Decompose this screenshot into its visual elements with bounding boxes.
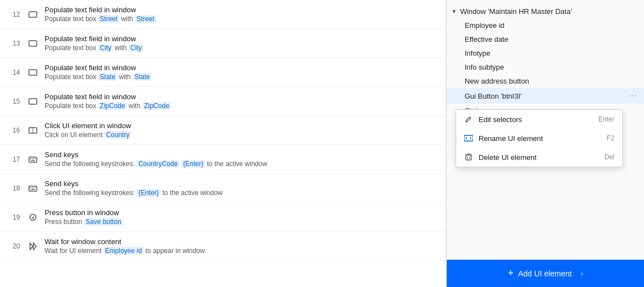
context-menu-item-label: Edit selectors (479, 115, 522, 124)
step-title: Press button in window (45, 208, 439, 217)
step-desc: Populate text box Street with Street (45, 15, 439, 23)
step-number: 14 (0, 69, 27, 76)
tree-child-label: Gui Button 'btnI3I' (465, 92, 522, 100)
svg-rect-3 (29, 99, 37, 104)
step-desc: Send the following keystrokes: CountryCo… (45, 160, 439, 168)
svg-rect-24 (466, 155, 471, 160)
step-content: Send keysSend the following keystrokes: … (45, 150, 439, 168)
step-desc: Click on UI element Country (45, 131, 439, 139)
step-content: Populate text field in windowPopulate te… (45, 64, 439, 81)
step-row[interactable]: 15Populate text field in windowPopulate … (0, 87, 446, 116)
step-row[interactable]: 14Populate text field in windowPopulate … (0, 58, 446, 87)
step-title: Populate text field in window (45, 6, 439, 14)
svg-marker-17 (30, 243, 33, 250)
keyboard-icon (27, 182, 39, 194)
tag1: Employee id (104, 247, 144, 255)
tree-child-item[interactable]: Info subtype (447, 60, 644, 74)
tag-enter: {Enter} (136, 189, 160, 197)
step-number: 15 (0, 98, 27, 105)
tag2: ZipCode (142, 102, 170, 110)
context-menu: Edit selectorsEnterRename UI elementF2De… (456, 109, 623, 167)
tree-child-item[interactable]: Employee id (447, 18, 644, 32)
svg-rect-11 (29, 186, 37, 191)
tag1: State (98, 73, 117, 81)
tag-countrycode: CountryCode (136, 160, 179, 168)
rectangle-icon (27, 95, 39, 108)
tag2: State (133, 73, 152, 81)
context-menu-item[interactable]: Rename UI elementF2 (456, 129, 622, 148)
step-row[interactable]: 16Click UI element in windowClick on UI … (0, 116, 446, 145)
rectangle-icon (27, 66, 39, 79)
pencil-icon (464, 115, 473, 124)
step-title: Wait for window content (45, 237, 439, 246)
step-desc: Populate text box City with City (45, 44, 439, 52)
tree-parent-item[interactable]: ▼ Window 'Maintain HR Master Data' (447, 4, 644, 18)
plus-icon: + (508, 267, 514, 279)
context-menu-shortcut: F2 (607, 134, 614, 142)
context-menu-shortcut: Enter (598, 115, 614, 123)
svg-marker-18 (33, 243, 36, 250)
step-desc: Populate text box ZipCode with ZipCode (45, 102, 439, 110)
context-menu-item[interactable]: Delete UI elementDel (456, 148, 622, 167)
tree-parent-label: Window 'Maintain HR Master Data' (460, 7, 572, 16)
step-desc: Populate text box State with State (45, 73, 439, 81)
step-title: Send keys (45, 150, 439, 159)
tag1: Country (104, 131, 131, 139)
svg-rect-0 (29, 12, 37, 17)
step-number: 12 (0, 11, 27, 18)
tree-child-item[interactable]: Gui Button 'btnI3I'··· (447, 88, 644, 104)
tag1: Street (98, 15, 119, 23)
step-row[interactable]: 13Populate text field in windowPopulate … (0, 29, 446, 58)
step-content: Populate text field in windowPopulate te… (45, 35, 439, 52)
step-title: Click UI element in window (45, 121, 439, 130)
step-row[interactable]: 12Populate text field in windowPopulate … (0, 0, 446, 29)
click-icon (27, 124, 39, 137)
step-content: Populate text field in windowPopulate te… (45, 6, 439, 23)
step-content: Press button in windowPress button Save … (45, 208, 439, 226)
step-desc: Wait for UI element Employee id to appea… (45, 247, 439, 255)
more-options-icon[interactable]: ··· (628, 91, 637, 101)
rectangle-icon (27, 8, 39, 21)
step-desc: Send the following keystrokes: {Enter} t… (45, 189, 439, 197)
rectangle-icon (27, 37, 39, 50)
step-number: 19 (0, 213, 27, 221)
tag-enter: {Enter} (181, 160, 205, 168)
tag2: Street (135, 15, 156, 23)
step-number: 17 (0, 155, 27, 163)
step-row[interactable]: 20Wait for window contentWait for UI ele… (0, 232, 446, 261)
delete-icon (464, 153, 473, 162)
step-title: Populate text field in window (45, 93, 439, 101)
svg-rect-2 (29, 70, 37, 75)
keyboard-icon (27, 153, 39, 166)
context-menu-item-label: Delete UI element (479, 153, 536, 162)
context-menu-item-label: Rename UI element (479, 134, 543, 143)
step-title: Populate text field in window (45, 64, 439, 72)
tag1: City (98, 44, 113, 52)
step-content: Send keysSend the following keystrokes: … (45, 179, 439, 197)
tree-child-label: New address button (465, 77, 529, 85)
tree-child-label: Employee id (465, 21, 505, 30)
add-ui-element-button[interactable]: + Add UI element › (447, 260, 644, 287)
tree-child-item[interactable]: Effective date (447, 32, 644, 46)
chevron-down-icon: ▼ (451, 8, 457, 14)
add-ui-button-label: Add UI element (518, 269, 572, 278)
tree-child-item[interactable]: Infotype (447, 46, 644, 60)
tree-child-label: Effective date (465, 35, 509, 43)
tree-child-item[interactable]: New address button (447, 74, 644, 88)
right-panel: ▼ Window 'Maintain HR Master Data' Emplo… (446, 0, 644, 287)
svg-rect-6 (29, 157, 37, 162)
step-content: Wait for window contentWait for UI eleme… (45, 237, 439, 255)
svg-line-19 (470, 117, 471, 118)
step-row[interactable]: 18Send keysSend the following keystrokes… (0, 174, 446, 203)
tag1: Save button (84, 218, 123, 226)
svg-rect-21 (464, 135, 473, 141)
wait-icon (27, 240, 39, 252)
step-row[interactable]: 19Press button in windowPress button Sav… (0, 203, 446, 232)
step-number: 13 (0, 40, 27, 47)
rename-icon (464, 134, 473, 143)
step-row[interactable]: 17Send keysSend the following keystrokes… (0, 145, 446, 174)
step-content: Click UI element in windowClick on UI el… (45, 121, 439, 139)
step-number: 18 (0, 184, 27, 192)
steps-panel: 12Populate text field in windowPopulate … (0, 0, 446, 287)
context-menu-item[interactable]: Edit selectorsEnter (456, 110, 622, 129)
